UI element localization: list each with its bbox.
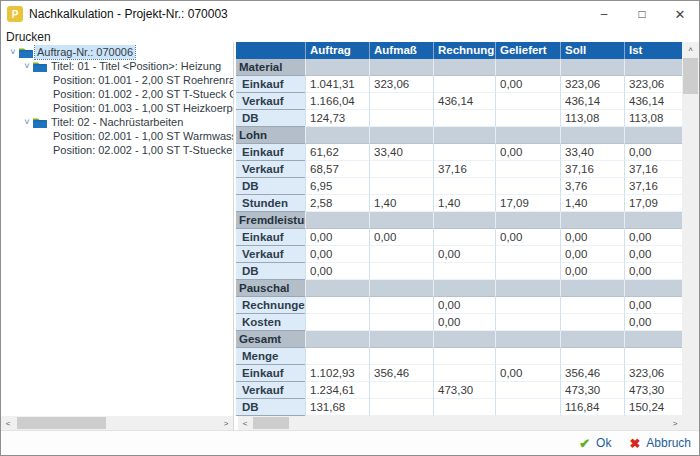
table-cell[interactable]: 2,58 — [305, 195, 369, 212]
tree-item-label[interactable]: Position: 01.003 - 1,00 ST Heizkoerper-B — [51, 101, 233, 115]
table-cell[interactable]: 0,00 — [624, 229, 684, 246]
table-cell[interactable] — [433, 144, 495, 161]
table-cell[interactable] — [433, 348, 495, 365]
minimize-button[interactable]: – — [585, 1, 623, 27]
table-cell[interactable]: 356,46 — [369, 365, 433, 382]
table-cell[interactable] — [495, 110, 560, 127]
table-cell[interactable] — [560, 331, 624, 348]
scroll-right-icon[interactable]: ˃ — [668, 416, 682, 430]
tree-item-label[interactable]: Position: 02.002 - 1,00 ST T-Stuecke Nr. — [51, 143, 233, 157]
table-cell[interactable] — [433, 59, 495, 76]
scroll-left-icon[interactable]: ˂ — [1, 416, 15, 430]
table-cell[interactable] — [560, 348, 624, 365]
table-cell[interactable] — [305, 212, 369, 229]
table-cell[interactable]: 37,16 — [560, 161, 624, 178]
table-cell[interactable]: 473,30 — [624, 382, 684, 399]
column-header[interactable]: Ist — [624, 42, 684, 59]
table-cell[interactable] — [369, 212, 433, 229]
table-cell[interactable]: 33,40 — [560, 144, 624, 161]
table-cell[interactable]: 436,14 — [560, 93, 624, 110]
table-cell[interactable] — [369, 348, 433, 365]
table-vscroll-thumb[interactable] — [683, 58, 698, 94]
table-cell[interactable]: 0,00 — [495, 229, 560, 246]
tree-item-label[interactable]: Position: 01.001 - 2,00 ST Roehrenradia — [51, 73, 233, 87]
table-cell[interactable]: 0,00 — [624, 246, 684, 263]
tree-item-position[interactable]: Position: 02.002 - 1,00 ST T-Stuecke Nr. — [1, 143, 233, 157]
table-cell[interactable] — [433, 127, 495, 144]
table-cell[interactable] — [369, 297, 433, 314]
table-cell[interactable] — [369, 331, 433, 348]
table-cell[interactable]: 113,08 — [624, 110, 684, 127]
table-cell[interactable] — [433, 399, 495, 416]
table-cell[interactable]: 0,00 — [495, 76, 560, 93]
table-cell[interactable] — [560, 314, 624, 331]
table-cell[interactable]: 124,73 — [305, 110, 369, 127]
tree-item-label[interactable]: Titel: 02 - Nachrüstarbeiten — [49, 115, 185, 129]
table-cell[interactable] — [369, 382, 433, 399]
table-cell[interactable] — [495, 212, 560, 229]
table-cell[interactable] — [495, 348, 560, 365]
column-header[interactable]: Auftrag — [305, 42, 369, 59]
table-cell[interactable]: 61,62 — [305, 144, 369, 161]
table-cell[interactable] — [624, 331, 684, 348]
table-cell[interactable]: 1,40 — [560, 195, 624, 212]
table-cell[interactable]: 1,40 — [433, 195, 495, 212]
table-cell[interactable]: 0,00 — [624, 263, 684, 280]
table-cell[interactable] — [369, 178, 433, 195]
table-cell[interactable] — [624, 212, 684, 229]
table-cell[interactable] — [369, 314, 433, 331]
table-cell[interactable]: 37,16 — [433, 161, 495, 178]
chevron-down-icon[interactable]: ˅ — [21, 115, 33, 129]
table-cell[interactable]: 1,40 — [369, 195, 433, 212]
table-cell[interactable]: 323,06 — [624, 76, 684, 93]
abbruch-button[interactable]: ✖ Abbruch — [629, 436, 691, 451]
table-cell[interactable] — [495, 59, 560, 76]
table-cell[interactable]: 1.234,61 — [305, 382, 369, 399]
table-vertical-scrollbar[interactable]: ˄ — [682, 42, 699, 414]
table-cell[interactable] — [624, 348, 684, 365]
table-cell[interactable]: 0,00 — [433, 297, 495, 314]
table-cell[interactable]: 323,06 — [560, 76, 624, 93]
table-cell[interactable] — [624, 59, 684, 76]
table-cell[interactable] — [495, 382, 560, 399]
table-cell[interactable]: 68,57 — [305, 161, 369, 178]
tree-item-label[interactable]: Position: 01.002 - 2,00 ST T-Stueck GF N — [51, 87, 233, 101]
chevron-down-icon[interactable]: ˅ — [21, 59, 33, 73]
table-cell[interactable]: 33,40 — [369, 144, 433, 161]
close-button[interactable]: ✕ — [661, 1, 699, 27]
table-cell[interactable] — [624, 280, 684, 297]
table-cell[interactable] — [433, 76, 495, 93]
table-cell[interactable]: 323,06 — [369, 76, 433, 93]
table-cell[interactable]: 0,00 — [624, 144, 684, 161]
maximize-button[interactable]: □ — [623, 1, 661, 27]
table-cell[interactable] — [305, 59, 369, 76]
tree-hscroll-thumb[interactable] — [17, 417, 106, 429]
table-horizontal-scrollbar[interactable]: ˂ ˃ — [238, 416, 682, 430]
table-cell[interactable] — [495, 280, 560, 297]
table-cell[interactable]: 1.041,31 — [305, 76, 369, 93]
table-cell[interactable]: 356,46 — [560, 365, 624, 382]
chevron-down-icon[interactable]: ˅ — [7, 45, 19, 59]
table-cell[interactable] — [433, 110, 495, 127]
table-cell[interactable]: 0,00 — [433, 314, 495, 331]
table-cell[interactable]: 0,00 — [305, 229, 369, 246]
table-cell[interactable] — [305, 331, 369, 348]
table-cell[interactable] — [369, 59, 433, 76]
table-cell[interactable]: 131,68 — [305, 399, 369, 416]
ok-button[interactable]: ✔ Ok — [579, 436, 611, 451]
tree-item-position[interactable]: Position: 01.002 - 2,00 ST T-Stueck GF N — [1, 87, 233, 101]
table-cell[interactable]: 0,00 — [305, 263, 369, 280]
table-cell[interactable] — [495, 297, 560, 314]
table-hscroll-thumb[interactable] — [253, 417, 289, 429]
table-cell[interactable]: 0,00 — [433, 246, 495, 263]
table-cell[interactable] — [369, 246, 433, 263]
table-cell[interactable] — [560, 59, 624, 76]
table-cell[interactable] — [560, 127, 624, 144]
table-cell[interactable]: 17,09 — [624, 195, 684, 212]
tree-item-label[interactable]: Auftrag-Nr.: 070006 — [35, 45, 135, 59]
table-cell[interactable] — [369, 93, 433, 110]
table-cell[interactable] — [305, 297, 369, 314]
table-cell[interactable]: 436,14 — [624, 93, 684, 110]
scroll-up-icon[interactable]: ˄ — [682, 42, 699, 57]
table-cell[interactable]: 0,00 — [495, 365, 560, 382]
